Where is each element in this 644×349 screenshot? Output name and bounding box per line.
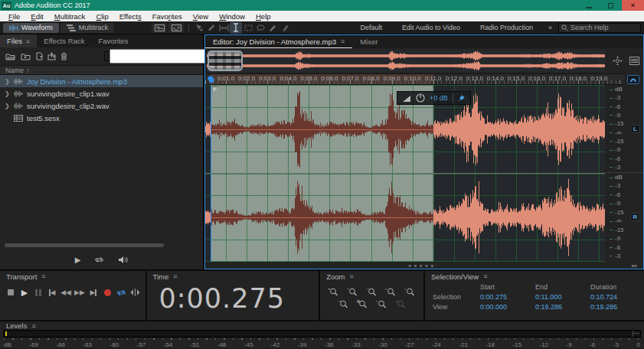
workspace-overflow-button[interactable]: » [544,24,557,31]
channel-badge-R[interactable]: R [630,213,640,221]
workspace-radio-production[interactable]: Radio Production [471,24,542,31]
tab-effects-rack[interactable]: Effects Rack [37,34,91,47]
panel-menu-icon[interactable]: ≡ [341,38,345,45]
sv-value[interactable]: 0:00.275 [480,293,535,301]
menu-multitrack[interactable]: Multitrack [49,12,91,21]
sv-value[interactable]: 0:10.724 [590,293,644,301]
gain-knob-icon[interactable] [416,93,425,103]
help-search-input[interactable] [570,24,638,31]
panel-menu-icon[interactable]: ≡ [31,322,35,330]
files-horizontal-scrollbar[interactable] [5,243,198,248]
menu-favorites[interactable]: Favorites [147,12,188,21]
open-file-button[interactable] [5,53,15,60]
zoom-navigator-handle[interactable] [208,51,243,71]
workspace-edit-audio-to-video[interactable]: Edit Audio to Video [393,24,469,31]
playhead-line[interactable] [211,85,211,262]
zoom-to-selection-button[interactable]: ↔ [337,298,350,308]
waveform-display[interactable] [205,85,605,262]
close-button[interactable]: × [622,0,644,11]
menu-effects[interactable]: Effects [114,12,147,21]
zoom-in-horizontal-button[interactable]: + [327,286,340,296]
hud-gain-value[interactable]: +0 dB [430,94,448,102]
zoom-in-at-in-point-button[interactable]: ‹ [384,286,397,296]
file-row[interactable]: ❯survivingdesire_clip1.wav [0,87,203,99]
show-spectral-button[interactable] [168,23,184,33]
sv-value[interactable]: 0:19.286 [590,303,644,311]
file-row[interactable]: test5.sesx [0,112,203,124]
scrollbar-thumb[interactable] [5,243,164,247]
tab-editor[interactable]: Editor: Joy Division - Atmosphere.mp3 ≡ [205,35,352,48]
zoom-selection-disabled-button[interactable]: ▭ [394,298,407,308]
sv-value[interactable]: 0:00.000 [480,303,535,311]
move-to-previous-button[interactable]: ◀ [47,288,57,297]
tab-mixer[interactable]: Mixer [352,35,385,48]
zoom-out-horizontal-button[interactable]: − [346,286,359,296]
file-row[interactable]: ❯Joy Division - Atmosphere.mp3 [0,75,203,87]
sv-value[interactable]: 0:19.286 [535,303,590,311]
menu-clip[interactable]: Clip [90,12,113,21]
fast-forward-button[interactable]: ▶▶ [75,288,84,297]
pause-button[interactable] [34,288,43,297]
sv-value[interactable]: 0:11.000 [535,293,590,301]
delete-button[interactable] [60,52,67,60]
expand-chevron-icon[interactable]: ❯ [5,90,10,97]
menu-view[interactable]: View [188,12,214,21]
overview-strip[interactable] [207,50,605,72]
play-button[interactable]: ▶ [20,288,29,297]
maximize-button[interactable] [600,0,622,11]
preview-autoplay-button[interactable] [118,256,128,264]
marquee-selection-tool[interactable] [242,22,254,34]
expand-chevron-icon[interactable]: ❯ [5,78,10,85]
level-meter[interactable] [3,330,641,338]
import-file-button[interactable] [21,53,31,60]
menu-window[interactable]: Window [214,12,250,21]
loop-playback-button[interactable] [116,288,126,297]
spot-healing-brush-tool[interactable] [279,22,291,34]
preview-play-button[interactable]: ▶ [75,256,81,264]
panel-menu-icon[interactable]: ≡ [350,272,354,280]
display-options-icon[interactable] [629,57,639,65]
menu-file[interactable]: File [3,12,25,21]
paintbrush-selection-tool[interactable] [266,22,279,34]
time-display[interactable]: 0:00.275 [147,282,319,314]
time-selection-tool[interactable] [230,22,242,34]
skip-selection-button[interactable] [130,288,139,297]
stop-button[interactable] [6,288,15,297]
panel-menu-icon[interactable]: ≡ [26,38,30,45]
amplitude-axis[interactable]: dB-3-6-9-15-∞-15-9-6-3LdB-3-6-9-15-∞-15-… [605,85,643,262]
panel-menu-icon[interactable]: ≡ [41,272,45,280]
pan-zoom-icon[interactable] [613,56,623,66]
zoom-out-full-button[interactable]: ← [365,286,378,296]
pin-icon[interactable] [458,94,466,102]
rewind-button[interactable]: ◀◀ [61,288,70,297]
tab-files[interactable]: Files ≡ [0,34,37,47]
waveform-view-button[interactable]: Waveform [3,23,59,33]
panel-menu-icon[interactable]: ≡ [173,272,177,280]
workspace-default[interactable]: Default [351,24,392,31]
menu-help[interactable]: Help [250,12,276,21]
file-row[interactable]: ❯survivingdesire_clip2.wav [0,99,203,112]
tab-favorites[interactable]: Favorites [91,34,135,47]
lasso-selection-tool[interactable] [254,22,266,34]
export-button[interactable]: ▾ [47,52,55,60]
vertical-zoom-button[interactable] [623,73,643,85]
expand-chevron-icon[interactable]: ❯ [5,103,10,109]
new-file-button[interactable]: ▾ [36,52,42,60]
multitrack-view-button[interactable]: Multitrack [60,23,115,33]
zoom-in-at-out-point-button[interactable]: › [404,286,417,296]
panel-menu-icon[interactable]: ≡ [483,272,487,280]
zoom-in-at-playhead-button[interactable]: › [375,298,388,308]
slip-tool[interactable] [217,22,230,34]
show-waveform-button[interactable] [152,23,167,33]
move-tool[interactable] [193,22,205,34]
files-name-header[interactable]: Name ↑ [0,65,203,75]
record-button[interactable] [103,288,112,297]
timeline-ruler[interactable]: 0:01.00:02.00:03.00:04.00:05.00:06.00:07… [205,73,623,85]
razor-tool[interactable] [205,22,217,34]
channel-badge-L[interactable]: L [630,125,640,133]
move-to-next-button[interactable]: ▶ [89,288,98,297]
menu-edit[interactable]: Edit [25,12,48,21]
zoom-reset-button[interactable]: ✥ [356,298,369,308]
volume-hud[interactable]: +0 dB [397,91,471,105]
preview-loop-button[interactable] [94,256,104,264]
